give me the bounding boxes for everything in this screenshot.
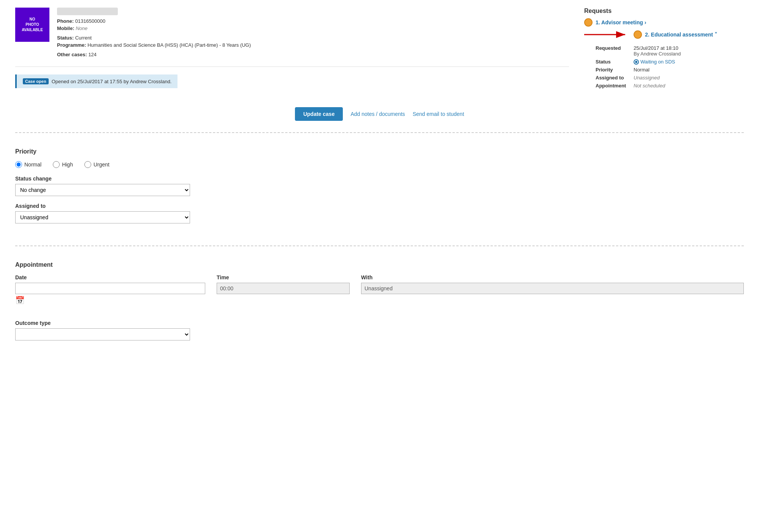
appointment-with-group: With — [361, 274, 744, 294]
appointment-date-input[interactable] — [15, 283, 205, 294]
appointment-with-input[interactable] — [361, 283, 744, 294]
programme-label: Programme: — [57, 42, 86, 48]
request-item-2: 2. Educational assessment ˅ — [634, 30, 717, 39]
appointment-time-group: Time — [217, 274, 350, 294]
case-open-text: Opened on 25/Jul/2017 at 17:55 by Andrew… — [52, 79, 172, 84]
priority-high-radio[interactable] — [53, 161, 60, 168]
priority-value: Normal — [634, 66, 684, 74]
calendar-icon-button[interactable]: 📅 — [15, 296, 25, 305]
appointment-value: Not scheduled — [634, 82, 684, 90]
red-arrow-container — [584, 29, 630, 40]
action-buttons: Update case Add notes / documents Send e… — [15, 107, 744, 121]
mobile-value: None — [76, 25, 87, 31]
status-label: Status — [596, 58, 634, 66]
assigned-to-form-label: Assigned to — [15, 203, 319, 209]
phone-detail: Phone: 01316500000 — [57, 18, 569, 24]
update-case-button[interactable]: Update case — [295, 107, 343, 121]
outcome-type-section: Outcome type — [15, 312, 319, 355]
requests-title: Requests — [584, 8, 744, 14]
page-container: NO PHOTO AVAILABLE Phone: 01316500000 Mo… — [0, 0, 759, 363]
status-change-select[interactable]: No change — [15, 184, 190, 196]
request-row-2: 2. Educational assessment ˅ — [584, 29, 744, 40]
appointment-time-label: Time — [217, 274, 350, 280]
status-label: Status: — [57, 35, 74, 41]
other-cases-value: 124 — [88, 52, 97, 57]
status-value: Waiting on SDS — [634, 58, 684, 66]
programme-value: Humanities and Social Science BA (HSS) (… — [87, 42, 251, 48]
status-icon — [634, 59, 639, 65]
request-detail-table: Requested 25/Jul/2017 at 18:10 By Andrew… — [596, 44, 684, 90]
outcome-type-label: Outcome type — [15, 320, 319, 326]
request-circle-2 — [634, 30, 642, 39]
mobile-detail: Mobile: None — [57, 25, 569, 31]
priority-label: Priority — [596, 66, 634, 74]
profile-divider — [15, 66, 569, 67]
priority-normal-option[interactable]: Normal — [15, 161, 41, 168]
case-open-banner: Case open Opened on 25/Jul/2017 at 17:55… — [15, 74, 177, 88]
priority-radio-group: Normal High Urgent — [15, 161, 319, 168]
priority-row: Priority Normal — [596, 66, 684, 74]
red-arrow-icon — [584, 29, 630, 40]
priority-high-label: High — [62, 162, 73, 168]
request-detail: Requested 25/Jul/2017 at 18:10 By Andrew… — [596, 44, 744, 90]
request-link-2[interactable]: 2. Educational assessment ˅ — [645, 32, 717, 38]
appointment-section-title: Appointment — [15, 261, 744, 268]
assigned-to-select[interactable]: Unassigned — [15, 211, 190, 223]
status-change-group: Status change No change — [15, 176, 319, 196]
phone-label: Phone: — [57, 18, 74, 24]
priority-urgent-radio[interactable] — [84, 161, 91, 168]
assigned-to-group: Assigned to Unassigned — [15, 203, 319, 223]
profile-section: NO PHOTO AVAILABLE Phone: 01316500000 Mo… — [15, 8, 569, 96]
requested-label: Requested — [596, 44, 634, 58]
appointment-date-group: Date 📅 — [15, 274, 205, 305]
photo-placeholder: NO PHOTO AVAILABLE — [15, 8, 49, 42]
priority-normal-label: Normal — [24, 162, 41, 168]
status-row: Status Waiting on SDS — [596, 58, 684, 66]
status-value: Current — [75, 35, 92, 41]
appointment-time-input[interactable] — [217, 283, 350, 294]
requests-panel: Requests 1. Advisor meeting › — [584, 8, 744, 90]
top-section: NO PHOTO AVAILABLE Phone: 01316500000 Mo… — [15, 8, 744, 96]
requested-value: 25/Jul/2017 at 18:10 By Andrew Crossland — [634, 44, 684, 58]
add-notes-link[interactable]: Add notes / documents — [350, 111, 405, 117]
priority-urgent-option[interactable]: Urgent — [84, 161, 109, 168]
priority-high-option[interactable]: High — [53, 161, 73, 168]
request-link-1[interactable]: 1. Advisor meeting › — [596, 19, 646, 25]
appointment-grid: Date 📅 Time With — [15, 274, 744, 305]
priority-section-title: Priority — [15, 148, 319, 155]
other-cases-label: Other cases: — [57, 52, 87, 57]
calendar-icon: 📅 — [15, 296, 25, 304]
priority-form-section: Priority Normal High Urgent Status chang… — [15, 141, 319, 238]
appointment-row: Appointment Not scheduled — [596, 82, 684, 90]
status-detail: Status: Current — [57, 35, 569, 41]
assigned-to-label: Assigned to — [596, 74, 634, 82]
appointment-date-label: Date — [15, 274, 205, 280]
other-cases-detail: Other cases: 124 — [57, 52, 569, 57]
assigned-to-value: Unassigned — [634, 74, 684, 82]
priority-urgent-label: Urgent — [93, 162, 109, 168]
phone-value: 01316500000 — [75, 18, 106, 24]
mobile-label: Mobile: — [57, 25, 74, 31]
request-circle-1 — [584, 18, 593, 27]
outcome-type-select[interactable] — [15, 328, 190, 340]
student-name — [57, 8, 118, 15]
profile-info: Phone: 01316500000 Mobile: None Status: … — [57, 8, 569, 59]
appointment-with-label: With — [361, 274, 744, 280]
send-email-link[interactable]: Send email to student — [413, 111, 464, 117]
case-open-badge: Case open — [23, 78, 49, 84]
status-change-label: Status change — [15, 176, 319, 182]
form-top-divider — [15, 132, 744, 133]
appointment-label: Appointment — [596, 82, 634, 90]
request-item-1: 1. Advisor meeting › — [584, 18, 744, 27]
appointment-top-divider — [15, 245, 744, 246]
assigned-to-row: Assigned to Unassigned — [596, 74, 684, 82]
outcome-type-group: Outcome type — [15, 320, 319, 340]
appointment-section: Appointment Date 📅 Time With — [15, 254, 744, 312]
requested-row: Requested 25/Jul/2017 at 18:10 By Andrew… — [596, 44, 684, 58]
priority-normal-radio[interactable] — [15, 161, 22, 168]
programme-detail: Programme: Humanities and Social Science… — [57, 42, 569, 48]
